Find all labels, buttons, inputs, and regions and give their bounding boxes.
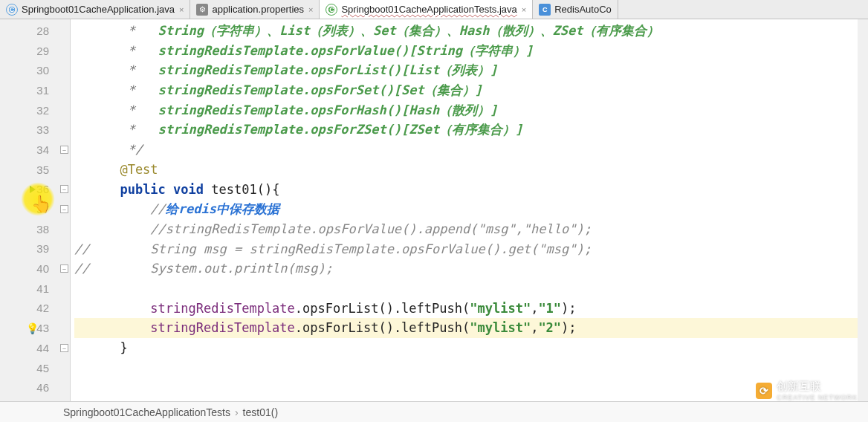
test-class-icon xyxy=(326,4,337,16)
run-test-icon[interactable] xyxy=(30,186,36,193)
line-number: 29 xyxy=(0,41,70,61)
line-number: 46 xyxy=(0,377,70,397)
watermark-sub: CREATIVE NETWORK xyxy=(777,394,858,401)
editor-tabs: Springboot01CacheApplication.java × appl… xyxy=(0,0,868,19)
line-number: 31 xyxy=(0,80,70,100)
line-number: 33 xyxy=(0,120,70,140)
tab-label: application.properties xyxy=(212,4,304,15)
line-number: 37– xyxy=(0,199,70,219)
tab-application-properties[interactable]: application.properties × xyxy=(190,0,320,19)
line-number: 35 xyxy=(0,160,70,180)
code-editor[interactable]: * String（字符串）、List（列表）、Set（集合）、Hash（散列）、… xyxy=(71,19,868,401)
line-number: 38 xyxy=(0,219,70,239)
close-icon[interactable]: × xyxy=(179,5,184,14)
java-class-icon xyxy=(6,4,18,16)
line-number: 28 xyxy=(0,21,70,41)
line-number: 36– xyxy=(0,180,70,200)
watermark: ⟳ 创新互联 CREATIVE NETWORK xyxy=(756,380,858,401)
intention-bulb-icon[interactable]: 💡 xyxy=(26,322,39,334)
close-icon[interactable]: × xyxy=(522,5,526,14)
fold-icon[interactable]: – xyxy=(60,264,68,273)
tab-label: Springboot01CacheApplicationTests.java xyxy=(341,4,516,15)
line-number: 43💡 xyxy=(0,318,70,338)
fold-icon[interactable]: – xyxy=(60,205,68,213)
line-number: 34– xyxy=(0,140,70,160)
close-icon[interactable]: × xyxy=(308,5,313,14)
tab-label: RedisAutoCo xyxy=(554,4,612,15)
breadcrumb-method[interactable]: test01() xyxy=(243,406,278,418)
tab-redis-autoconfig[interactable]: RedisAutoCo xyxy=(533,0,618,19)
line-number: 40– xyxy=(0,259,70,279)
line-number: 32 xyxy=(0,100,70,120)
watermark-brand: 创新互联 xyxy=(777,380,821,392)
fold-icon[interactable]: – xyxy=(60,344,68,352)
line-number: 42 xyxy=(0,299,70,319)
line-number: 44– xyxy=(0,338,70,358)
java-class-icon xyxy=(539,4,551,16)
line-number: 41 xyxy=(0,279,70,299)
watermark-logo-icon: ⟳ xyxy=(756,383,772,399)
fold-icon[interactable]: – xyxy=(60,146,68,154)
tab-springboot-app[interactable]: Springboot01CacheApplication.java × xyxy=(0,0,190,19)
line-gutter: 28 29 30 31 32 33 34– 35 36– 37– 38 39 4… xyxy=(0,19,71,401)
line-number: 39 xyxy=(0,239,70,259)
fold-icon[interactable]: – xyxy=(60,185,68,193)
breadcrumb-separator: › xyxy=(235,406,239,418)
tab-label: Springboot01CacheApplication.java xyxy=(22,4,175,15)
vertical-scrollbar[interactable] xyxy=(858,19,868,401)
line-number: 45 xyxy=(0,358,70,378)
editor-area: 28 29 30 31 32 33 34– 35 36– 37– 38 39 4… xyxy=(0,19,868,401)
properties-icon xyxy=(196,4,208,16)
tab-springboot-tests[interactable]: Springboot01CacheApplicationTests.java × xyxy=(320,0,533,19)
line-number: 30 xyxy=(0,60,70,80)
breadcrumb-class[interactable]: Springboot01CacheApplicationTests xyxy=(63,406,230,418)
breadcrumb: Springboot01CacheApplicationTests › test… xyxy=(0,401,868,422)
